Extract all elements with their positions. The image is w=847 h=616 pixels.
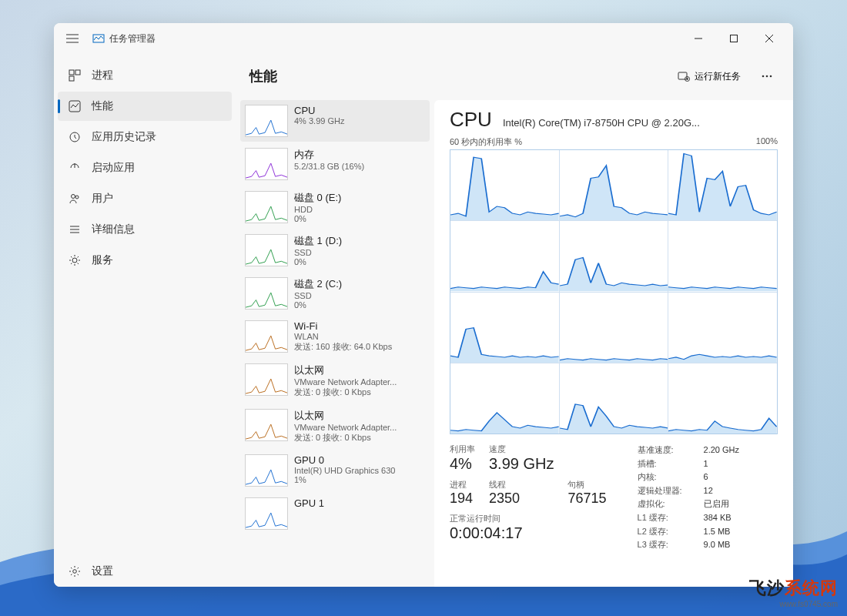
watermark-url: www.fs0745.com xyxy=(749,600,838,608)
svg-marker-37 xyxy=(450,413,559,434)
core-chart-3 xyxy=(450,221,559,291)
perf-item-7[interactable]: 以太网VMware Network Adapter...发送: 0 接收: 0 … xyxy=(240,404,430,448)
stat-speed: 3.99 GHz xyxy=(489,455,554,473)
core-chart-6 xyxy=(450,293,559,363)
nav-services[interactable]: 服务 xyxy=(58,246,232,275)
close-button[interactable] xyxy=(752,26,787,51)
uptime-value: 0:00:04:17 xyxy=(450,524,607,542)
core-chart-5 xyxy=(668,221,777,291)
minimize-button[interactable] xyxy=(681,26,716,51)
perf-sub: 5.2/31.8 GB (16%) xyxy=(294,162,425,171)
perf-sub2: 0% xyxy=(294,257,425,266)
perf-thumb xyxy=(245,234,288,266)
stat-handles: 76715 xyxy=(567,490,606,507)
stat-processes: 194 xyxy=(450,490,475,507)
spec-key: 插槽: xyxy=(638,457,691,471)
core-chart-4 xyxy=(560,221,668,291)
perf-item-3[interactable]: 磁盘 1 (D:)SSD0% xyxy=(240,229,430,271)
svg-rect-5 xyxy=(731,35,738,42)
svg-rect-21 xyxy=(678,72,687,79)
nav-users[interactable]: 用户 xyxy=(58,184,232,213)
nav-label: 启动应用 xyxy=(92,161,135,175)
maximize-button[interactable] xyxy=(716,26,752,51)
nav-app-history[interactable]: 应用历史记录 xyxy=(58,122,232,152)
spec-row: L1 缓存:384 KB xyxy=(638,511,739,525)
core-chart-11 xyxy=(668,363,777,434)
run-new-task-button[interactable]: 运行新任务 xyxy=(670,65,748,88)
spec-row: 插槽:1 xyxy=(638,457,739,471)
spec-value: 9.0 MB xyxy=(704,538,731,552)
perf-thumb xyxy=(245,454,288,487)
more-button[interactable] xyxy=(755,64,779,89)
core-chart-10 xyxy=(560,363,668,434)
perf-name: 以太网 xyxy=(294,363,425,377)
core-chart-0 xyxy=(450,150,559,220)
spec-table: 基准速度:2.20 GHz插槽:1内核:6逻辑处理器:12虚拟化:已启用L1 缓… xyxy=(638,444,739,552)
perf-item-1[interactable]: 内存5.2/31.8 GB (16%) xyxy=(240,143,430,185)
watermark: 飞沙系统网 www.fs0745.com xyxy=(749,577,838,608)
perf-name: 磁盘 0 (E:) xyxy=(294,191,425,205)
nav-details[interactable]: 详细信息 xyxy=(58,215,232,244)
spec-row: L2 缓存:1.5 MB xyxy=(638,525,739,539)
titlebar: 任务管理器 xyxy=(54,23,793,54)
stat-label: 句柄 xyxy=(567,479,606,490)
core-chart-2 xyxy=(668,150,777,220)
run-task-label: 运行新任务 xyxy=(695,70,741,83)
perf-sub: VMware Network Adapter... xyxy=(294,423,425,432)
spec-value: 6 xyxy=(704,470,708,484)
perf-name: 以太网 xyxy=(294,409,425,423)
spec-value: 2.20 GHz xyxy=(704,444,739,457)
perf-item-2[interactable]: 磁盘 0 (E:)HDD0% xyxy=(240,186,430,228)
perf-sub: WLAN xyxy=(294,332,425,341)
uptime-label: 正常运行时间 xyxy=(450,513,607,524)
perf-thumb xyxy=(245,363,288,396)
perf-thumb xyxy=(245,409,288,441)
svg-point-27 xyxy=(770,75,772,78)
nav-label: 应用历史记录 xyxy=(92,130,156,144)
stat-label: 进程 xyxy=(450,479,475,490)
svg-point-15 xyxy=(75,196,79,199)
sidebar: 进程 性能 应用历史记录 启动应用 用户 详细信息 服务 设置 xyxy=(54,54,236,587)
svg-rect-9 xyxy=(75,70,80,75)
hamburger-button[interactable] xyxy=(60,26,85,51)
nav-label: 详细信息 xyxy=(92,223,135,236)
perf-sub2: 1% xyxy=(294,475,425,484)
nav-label: 设置 xyxy=(92,564,113,578)
spec-row: 逻辑处理器:12 xyxy=(638,484,739,498)
chart-left-label: 60 秒内的利用率 % xyxy=(450,136,522,148)
nav-startup[interactable]: 启动应用 xyxy=(58,153,232,182)
stats-row: 利用率4% 速度3.99 GHz 进程194 线程2350 句柄76715 正常… xyxy=(450,444,778,552)
page-title: 性能 xyxy=(249,67,277,85)
perf-thumb xyxy=(245,105,288,137)
nav-performance[interactable]: 性能 xyxy=(58,92,232,121)
perf-item-0[interactable]: CPU4% 3.99 GHz xyxy=(240,100,430,142)
performance-list[interactable]: CPU4% 3.99 GHz 内存5.2/31.8 GB (16%) 磁盘 0 … xyxy=(236,99,433,587)
core-chart-7 xyxy=(560,293,668,363)
more-icon xyxy=(762,75,772,78)
svg-rect-8 xyxy=(69,70,74,75)
perf-item-8[interactable]: GPU 0Intel(R) UHD Graphics 6301% xyxy=(240,450,430,491)
perf-item-5[interactable]: Wi-FiWLAN发送: 160 接收: 64.0 Kbps xyxy=(240,316,430,357)
perf-name: 磁盘 2 (C:) xyxy=(294,277,425,291)
perf-name: GPU 1 xyxy=(294,497,425,509)
svg-marker-30 xyxy=(668,154,777,221)
nav-settings[interactable]: 设置 xyxy=(58,557,232,586)
core-chart-8 xyxy=(668,293,777,363)
perf-item-6[interactable]: 以太网VMware Network Adapter...发送: 0 接收: 0 … xyxy=(240,359,430,403)
spec-row: 基准速度:2.20 GHz xyxy=(638,444,739,457)
content: 性能 运行新任务 CPU4% 3.99 GHz 内存5.2/31.8 GB (1… xyxy=(236,54,793,587)
perf-thumb xyxy=(245,191,288,223)
svg-marker-39 xyxy=(668,418,777,434)
perf-item-4[interactable]: 磁盘 2 (C:)SSD0% xyxy=(240,273,430,314)
perf-item-9[interactable]: GPU 1 xyxy=(240,493,430,534)
stat-utilization: 4% xyxy=(450,455,475,473)
spec-key: L2 缓存: xyxy=(638,525,691,539)
chart-right-label: 100% xyxy=(756,136,778,148)
spec-key: L3 缓存: xyxy=(638,538,691,552)
nav-processes[interactable]: 进程 xyxy=(58,61,232,90)
watermark-text: 飞沙 xyxy=(749,578,785,598)
window-controls xyxy=(681,26,787,51)
stat-threads: 2350 xyxy=(489,490,554,507)
task-manager-window: 任务管理器 进程 性能 应用历史记录 启动应用 用户 详细信息 服务 设置 性能 xyxy=(54,23,793,587)
perf-name: GPU 0 xyxy=(294,454,425,466)
